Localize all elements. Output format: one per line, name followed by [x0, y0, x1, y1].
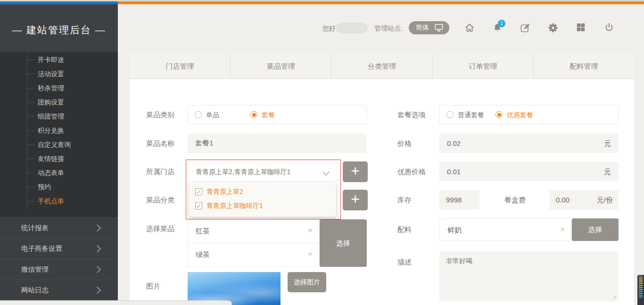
price-field[interactable]: 0.02 元 [439, 134, 619, 153]
logout-power-icon[interactable] [603, 22, 615, 33]
remove-dish-icon[interactable]: × [308, 249, 313, 259]
chevron-right-icon [94, 225, 101, 232]
sidebar-section-ecommerce[interactable]: 电子商务设置 [0, 238, 118, 259]
field-label-box-fee: 餐盒费 [504, 195, 526, 205]
sidebar-item-group-management[interactable]: 组团管理 [38, 111, 113, 121]
store-option-2[interactable]: ✓ 青青原上草咖啡厅1 [195, 202, 332, 211]
home-icon[interactable] [464, 22, 475, 33]
dish-name-input[interactable] [188, 134, 367, 153]
remove-ingredient-icon[interactable]: × [560, 225, 565, 234]
textarea-resize-handle[interactable] [611, 294, 617, 299]
price-value: 0.02 [447, 139, 461, 147]
sidebar-section-statistics[interactable]: 统计报表 [0, 217, 118, 239]
radio-label-discount-combo[interactable]: 优惠套餐 [507, 111, 533, 119]
username-redacted [336, 23, 368, 33]
ingredient-value: 鲜奶 [447, 226, 462, 235]
language-site-button[interactable]: 简体 [409, 21, 449, 34]
sidebar-item-points-exchange[interactable]: 积分兑换 [38, 125, 113, 136]
apps-grid-icon[interactable] [576, 22, 587, 33]
tab-dish-management[interactable]: 菜品管理 [230, 54, 331, 79]
field-label-category: 菜品类别 [146, 110, 174, 120]
select-image-button[interactable]: 选择图片 [288, 272, 326, 292]
sidebar-section-site-log[interactable]: 网站日志 [0, 280, 118, 301]
language-label: 简体 [416, 24, 429, 32]
field-label-ingredient: 配料 [397, 225, 412, 234]
radio-single-item[interactable] [195, 111, 202, 118]
topbar-orange-segment [118, 1, 644, 4]
chevron-right-icon [94, 287, 101, 294]
app-logo: — 建站管理后台 — [0, 4, 118, 52]
tree-dash [27, 201, 34, 201]
discount-price-value: 0.01 [447, 168, 461, 176]
tab-order-management[interactable]: 订单管理 [432, 54, 533, 79]
settings-gear-icon[interactable] [547, 22, 559, 33]
section-label: 电子商务设置 [21, 244, 62, 253]
tab-store-management[interactable]: 门店管理 [130, 54, 230, 79]
box-fee-field[interactable]: 0.00 元/份 [549, 190, 619, 209]
radio-discount-combo-selected[interactable] [495, 111, 503, 118]
tree-dash [27, 187, 34, 187]
store-dropdown-value: 青青原上草2,青青原上草咖啡厅1 [196, 168, 290, 177]
field-label-classify: 菜品分类 [146, 195, 174, 205]
chevron-right-icon [94, 266, 101, 273]
monitor-icon [434, 23, 444, 32]
sidebar-item-friend-links[interactable]: 友情链接 [38, 153, 113, 164]
field-label-stock: 库存 [397, 195, 412, 205]
checkbox-checked-icon[interactable]: ✓ [195, 188, 202, 195]
discount-price-field[interactable]: 0.01 元 [439, 162, 619, 181]
box-fee-unit: 元/份 [597, 196, 613, 205]
ingredient-field: 鲜奶 × [439, 218, 572, 241]
selected-dish-row: 绿茶 × [188, 243, 320, 267]
tree-dash [27, 102, 34, 103]
store-option-label: 青青原上草咖啡厅1 [206, 202, 263, 210]
sidebar-item-card-gift[interactable]: 开卡即送 [38, 55, 113, 65]
dish-name: 红茶 [196, 227, 210, 236]
site-label: 管理站点: [374, 24, 403, 32]
stock-value: 9998 [446, 196, 462, 204]
description-textarea[interactable]: 非常好喝 [439, 251, 619, 302]
sidebar-item-seckill[interactable]: 秒杀管理 [38, 83, 113, 93]
radio-normal-combo[interactable] [446, 111, 454, 118]
sidebar-item-custom-query[interactable]: 自定义查询 [38, 139, 113, 150]
add-classify-button[interactable]: + [343, 190, 368, 210]
sidebar-section-wechat[interactable]: 微信管理 [0, 259, 118, 280]
tab-ingredient-management[interactable]: 配料管理 [533, 54, 634, 79]
sidebar-item-groupbuy-settings[interactable]: 团购设置 [38, 97, 113, 107]
store-option-1[interactable]: ✓ 青青原上草2 [195, 188, 332, 197]
section-label: 统计报表 [21, 224, 49, 233]
radio-combo-selected[interactable] [250, 111, 257, 118]
store-dropdown-panel: ✓ 青青原上草2 ✓ 青青原上草咖啡厅1 [189, 183, 337, 217]
store-dropdown[interactable]: 青青原上草2,青青原上草咖啡厅1 [188, 162, 338, 182]
store-option-label: 青青原上草2 [206, 188, 243, 196]
field-label-price: 价格 [397, 139, 412, 148]
selected-dish-row: 红茶 × [188, 219, 320, 243]
radio-label-normal-combo[interactable]: 普通套餐 [458, 111, 484, 119]
sidebar-item-reservation[interactable]: 预约 [38, 182, 113, 192]
sidebar-item-dynamic-form[interactable]: 动态表单 [38, 168, 113, 178]
sidebar-item-activity-settings[interactable]: 活动设置 [38, 69, 113, 79]
tree-dash [27, 116, 34, 117]
radio-label-single[interactable]: 单品 [206, 111, 219, 119]
select-ingredient-button[interactable]: 选择 [572, 218, 619, 241]
price-unit: 元 [604, 139, 611, 148]
audio-meter-widget [637, 275, 644, 305]
horizontal-scrollbar-thumb[interactable] [0, 300, 232, 305]
tree-dash [27, 88, 34, 88]
field-label-store: 所属门店 [146, 167, 174, 177]
greeting-text: 您好 [322, 24, 336, 32]
stock-field[interactable]: 9998 [439, 190, 479, 209]
radio-label-combo[interactable]: 套餐 [262, 111, 275, 119]
notification-badge: 1 [498, 20, 505, 27]
select-dishes-button[interactable]: 选择 [320, 219, 367, 267]
edit-icon[interactable] [520, 22, 531, 33]
section-label: 网站日志 [21, 286, 49, 295]
discount-price-unit: 元 [604, 168, 611, 177]
chevron-right-icon [94, 245, 101, 253]
module-tabbar: 门店管理 菜品管理 分类管理 订单管理 配料管理 [130, 54, 634, 79]
remove-dish-icon[interactable]: × [308, 226, 313, 235]
sidebar-item-mobile-ordering[interactable]: 手机点单 [38, 196, 113, 206]
section-label: 微信管理 [21, 265, 49, 274]
checkbox-checked-icon[interactable]: ✓ [195, 202, 202, 209]
tab-category-management[interactable]: 分类管理 [331, 54, 432, 79]
add-store-button[interactable]: + [343, 161, 368, 182]
